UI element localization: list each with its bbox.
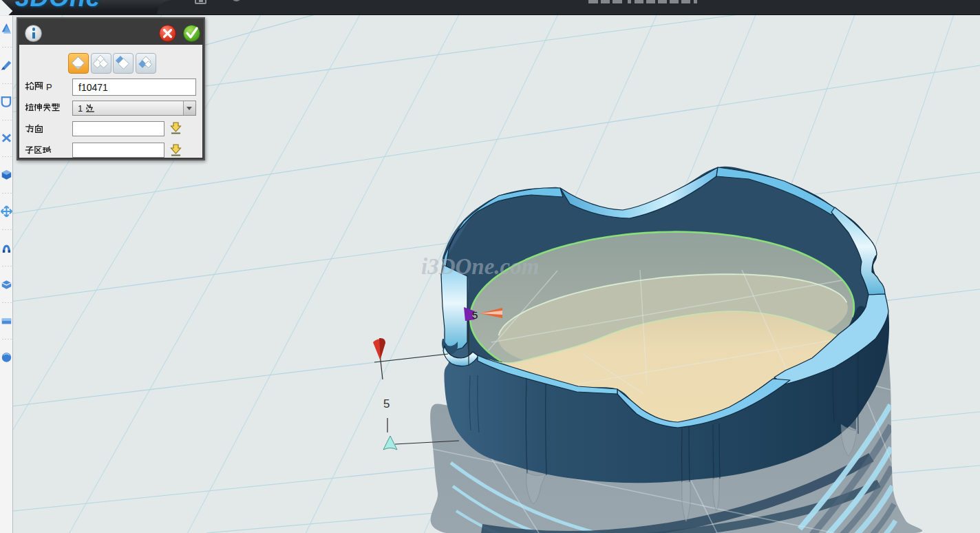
svg-text:1: 1 — [78, 103, 83, 114]
svg-text:5: 5 — [383, 397, 390, 410]
svg-text:5: 5 — [472, 309, 478, 321]
svg-text:P: P — [46, 82, 52, 92]
svg-text:i3DOne.com: i3DOne.com — [421, 254, 539, 279]
